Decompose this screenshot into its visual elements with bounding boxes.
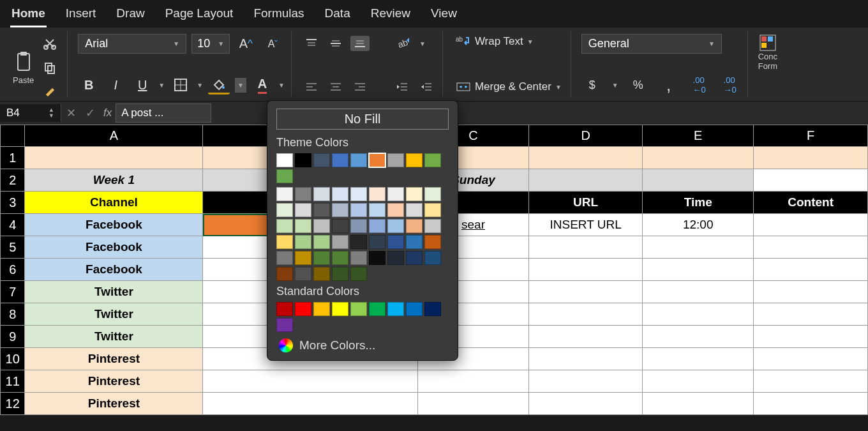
color-swatch[interactable] [424, 251, 441, 265]
color-swatch[interactable] [350, 153, 367, 167]
no-fill-button[interactable]: No Fill [276, 109, 449, 130]
color-swatch[interactable] [387, 187, 404, 201]
cell[interactable] [754, 326, 868, 348]
cell[interactable]: Twitter [25, 326, 203, 348]
color-swatch[interactable] [276, 153, 293, 167]
cell[interactable] [643, 348, 754, 370]
fill-color-button[interactable] [208, 75, 230, 95]
color-swatch[interactable] [406, 302, 423, 316]
color-swatch[interactable] [313, 219, 330, 233]
tab-draw[interactable]: Draw [115, 4, 146, 27]
merge-dropdown[interactable]: ▼ [555, 84, 562, 91]
color-swatch[interactable] [295, 235, 311, 249]
color-swatch[interactable] [406, 219, 423, 233]
color-swatch[interactable] [406, 153, 423, 167]
cell[interactable]: 12:00 [643, 214, 754, 236]
cell[interactable] [754, 281, 868, 303]
color-swatch[interactable] [332, 235, 348, 249]
row-header[interactable]: 5 [1, 236, 25, 259]
percent-format-button[interactable]: % [627, 75, 649, 95]
color-swatch[interactable] [313, 203, 330, 217]
color-swatch[interactable] [313, 235, 330, 249]
fx-icon[interactable]: fx [100, 107, 116, 119]
color-swatch[interactable] [295, 219, 311, 233]
color-swatch[interactable] [276, 318, 293, 332]
cell[interactable] [754, 259, 868, 281]
cell[interactable] [754, 169, 868, 192]
color-swatch[interactable] [313, 187, 330, 201]
font-name-select[interactable]: Arial▼ [78, 34, 186, 54]
cell[interactable] [643, 147, 754, 169]
formula-input[interactable]: A post ... [116, 103, 211, 123]
cancel-formula-button[interactable]: ✕ [61, 106, 80, 120]
cell[interactable] [754, 147, 868, 169]
color-swatch[interactable] [369, 219, 385, 233]
underline-button[interactable]: U [131, 75, 153, 95]
align-bottom-button[interactable] [350, 36, 370, 51]
select-all-corner[interactable] [1, 125, 25, 147]
color-swatch[interactable] [276, 235, 293, 249]
row-header[interactable]: 1 [1, 147, 25, 169]
color-swatch[interactable] [276, 302, 293, 316]
font-color-button[interactable]: A [251, 75, 273, 95]
cell[interactable]: Facebook [25, 259, 203, 281]
color-swatch[interactable] [406, 187, 423, 201]
color-swatch[interactable] [424, 203, 441, 217]
row-header[interactable]: 8 [1, 303, 25, 326]
cell[interactable] [203, 393, 418, 415]
cell[interactable] [417, 370, 528, 393]
conditional-formatting-button[interactable]: Conc Form [758, 34, 777, 71]
row-header[interactable]: 6 [1, 259, 25, 281]
tab-home[interactable]: Home [10, 4, 47, 27]
color-swatch[interactable] [295, 203, 311, 217]
underline-dropdown[interactable]: ▼ [158, 82, 165, 89]
color-swatch[interactable] [387, 153, 404, 167]
color-swatch[interactable] [332, 203, 348, 217]
cell[interactable] [643, 326, 754, 348]
color-swatch[interactable] [313, 251, 330, 265]
orientation-button[interactable]: ab [393, 34, 414, 53]
color-swatch[interactable] [424, 219, 441, 233]
align-middle-button[interactable] [326, 36, 345, 51]
row-header[interactable]: 11 [1, 370, 25, 393]
color-swatch[interactable] [369, 203, 385, 217]
cell[interactable]: Facebook [25, 236, 203, 259]
row-header[interactable]: 7 [1, 281, 25, 303]
color-swatch[interactable] [295, 251, 311, 265]
cell[interactable] [529, 326, 643, 348]
color-swatch[interactable] [350, 219, 367, 233]
font-color-dropdown[interactable]: ▼ [278, 82, 285, 89]
color-swatch[interactable] [369, 153, 385, 167]
cell[interactable] [643, 236, 754, 259]
increase-indent-button[interactable] [417, 79, 436, 95]
cell[interactable] [529, 303, 643, 326]
wrap-dropdown[interactable]: ▼ [527, 38, 534, 45]
cell[interactable] [754, 370, 868, 393]
number-format-select[interactable]: General▼ [581, 34, 722, 54]
cell[interactable] [203, 370, 418, 393]
column-header-f[interactable]: F [754, 125, 868, 147]
cell[interactable] [643, 370, 754, 393]
cell[interactable] [754, 348, 868, 370]
copy-button[interactable] [39, 58, 61, 77]
cell[interactable] [529, 370, 643, 393]
cell[interactable] [529, 348, 643, 370]
color-swatch[interactable] [332, 219, 348, 233]
column-header-e[interactable]: E [643, 125, 754, 147]
increase-decimal-button[interactable]: .00←0 [689, 75, 710, 95]
cell[interactable] [529, 169, 643, 192]
cell[interactable]: URL [529, 192, 643, 214]
increase-font-button[interactable]: A^ [235, 34, 257, 54]
color-swatch[interactable] [387, 251, 404, 265]
color-swatch[interactable] [276, 203, 293, 217]
cell[interactable]: Pinterest [25, 348, 203, 370]
color-swatch[interactable] [387, 219, 404, 233]
cell[interactable]: INSERT URL [529, 214, 643, 236]
cut-button[interactable] [39, 34, 61, 53]
cell[interactable]: Week 1 [25, 169, 203, 192]
decrease-indent-button[interactable] [393, 79, 412, 95]
cell[interactable] [643, 393, 754, 415]
color-swatch[interactable] [350, 302, 367, 316]
cell[interactable] [754, 303, 868, 326]
wrap-text-button[interactable]: ab Wrap Text ▼ [453, 34, 564, 49]
